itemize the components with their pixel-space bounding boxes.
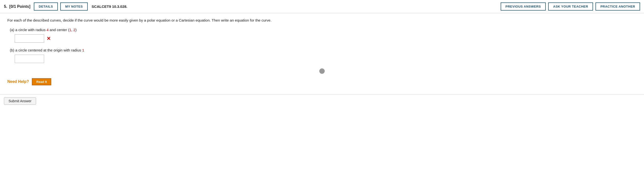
part-a-center-y: 2 xyxy=(73,28,75,32)
top-bar: 5. [0/1 Points] DETAILS MY NOTES SCALCET… xyxy=(0,0,644,13)
dot-indicator xyxy=(7,68,637,74)
need-help-row: Need Help? Read It xyxy=(7,78,637,85)
part-b-block: (b) a circle centered at the origin with… xyxy=(7,48,637,63)
right-buttons: PREVIOUS ANSWERS ASK YOUR TEACHER PRACTI… xyxy=(501,2,640,10)
question-number: 5. [0/1 Points] xyxy=(4,4,30,9)
part-a-input[interactable] xyxy=(15,34,44,43)
part-b-label: (b) a circle centered at the origin with… xyxy=(10,48,637,52)
part-a-letter: (a) xyxy=(10,28,14,32)
previous-answers-button[interactable]: PREVIOUS ANSWERS xyxy=(501,2,546,10)
part-a-error-icon: ✕ xyxy=(46,36,51,42)
part-a-text-between: and center ( xyxy=(48,28,69,32)
question-number-text: 5. xyxy=(4,4,7,8)
details-button[interactable]: DETAILS xyxy=(34,2,58,10)
part-a-center-x: 1 xyxy=(69,28,71,32)
part-b-input-row xyxy=(15,55,637,63)
read-it-button[interactable]: Read It xyxy=(32,78,51,85)
progress-dot xyxy=(319,68,325,74)
part-a-text-before-radius: a circle with radius xyxy=(16,28,47,32)
scalcet-label: SCALCET9 10.3.028. xyxy=(92,4,128,8)
content-area: For each of the described curves, decide… xyxy=(0,13,644,94)
need-help-label: Need Help? xyxy=(7,80,29,84)
part-b-radius: 1 xyxy=(82,48,84,52)
part-a-block: (a) a circle with radius 4 and center (1… xyxy=(7,28,637,43)
part-a-text-after: ) xyxy=(76,28,77,32)
part-a-label: (a) a circle with radius 4 and center (1… xyxy=(10,28,637,32)
part-b-input[interactable] xyxy=(15,55,44,63)
part-b-text-before-radius: a circle centered at the origin with rad… xyxy=(16,48,82,52)
ask-teacher-button[interactable]: ASK YOUR TEACHER xyxy=(548,2,593,10)
my-notes-button[interactable]: MY NOTES xyxy=(60,2,88,10)
part-b-letter: (b) xyxy=(10,48,14,52)
intro-text: For each of the described curves, decide… xyxy=(7,18,637,23)
points-text: [0/1 Points] xyxy=(9,4,30,8)
bottom-bar: Submit Answer xyxy=(0,94,644,108)
submit-button[interactable]: Submit Answer xyxy=(4,97,36,105)
practice-another-button[interactable]: PRACTICE ANOTHER xyxy=(596,2,640,10)
part-a-input-row: ✕ xyxy=(15,34,637,43)
